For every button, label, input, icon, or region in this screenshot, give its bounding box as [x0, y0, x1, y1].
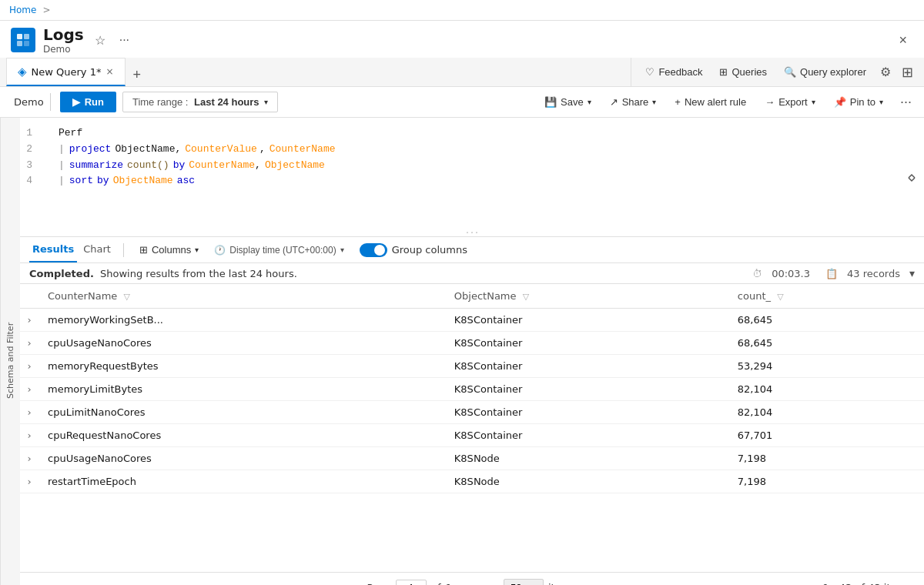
th-count: count_ ▽ — [728, 284, 924, 309]
first-page-button[interactable]: ⏮ — [320, 580, 340, 586]
table-row: › cpuRequestNanoCores K8SContainer 67,70… — [20, 424, 924, 447]
feedback-button[interactable]: ♡ Feedback — [639, 63, 708, 81]
pin-chevron-icon: ▾ — [879, 98, 883, 106]
items-per-page-label: items per page — [548, 582, 624, 585]
close-button[interactable]: × — [892, 29, 913, 52]
cell-counter-name-2: memoryRequestBytes — [38, 355, 445, 378]
schema-filter-sidebar[interactable]: Schema and Filter — [0, 118, 20, 585]
tab-chart[interactable]: Chart — [80, 237, 114, 262]
svg-rect-1 — [24, 34, 29, 39]
object-name-filter-icon[interactable]: ▽ — [523, 292, 529, 302]
tab-close-button[interactable]: × — [105, 66, 113, 77]
export-icon: → — [765, 96, 775, 108]
row-expand-3[interactable]: › — [20, 378, 38, 401]
cell-object-name-6: K8SNode — [445, 447, 728, 470]
line-num-3: 3 — [20, 158, 32, 174]
star-icon[interactable]: ☆ — [92, 32, 109, 49]
app-title-block: Logs Demo — [43, 25, 84, 55]
share-button[interactable]: ↗ Share ▾ — [604, 93, 663, 111]
per-page-select[interactable]: 50 100 200 — [504, 579, 544, 585]
prev-page-button[interactable]: ◀ — [345, 580, 363, 586]
page-input[interactable] — [396, 580, 427, 585]
cell-counter-name-7: restartTimeEpoch — [38, 470, 445, 493]
next-page-button[interactable]: ▶ — [457, 580, 474, 586]
cell-count-2: 53,294 — [728, 355, 924, 378]
add-tab-button[interactable]: + — [127, 64, 148, 86]
share-icon: ↗ — [610, 96, 618, 108]
export-button[interactable]: → Export ▾ — [758, 93, 822, 111]
export-chevron-icon: ▾ — [812, 98, 815, 106]
breadcrumb-bar: Home > — [0, 0, 924, 21]
last-page-button[interactable]: ⏭ — [479, 580, 499, 586]
cell-count-5: 67,701 — [728, 424, 924, 447]
main-layout: Schema and Filter 1 2 3 4 Perf | project… — [0, 118, 924, 585]
cell-object-name-1: K8SContainer — [445, 332, 728, 355]
cell-counter-name-3: memoryLimitBytes — [38, 378, 445, 401]
row-expand-6[interactable]: › — [20, 447, 38, 470]
columns-button[interactable]: ⊞ Columns ▾ — [133, 242, 205, 258]
page-summary: 1 - 43 of 43 items — [823, 582, 912, 585]
svg-rect-2 — [17, 41, 22, 46]
run-button[interactable]: ▶ Run — [60, 92, 116, 112]
pin-to-button[interactable]: 📌 Pin to ▾ — [828, 93, 889, 111]
row-expand-4[interactable]: › — [20, 401, 38, 424]
cell-object-name-7: K8SNode — [445, 470, 728, 493]
save-icon: 💾 — [544, 96, 557, 108]
app-subtitle: Demo — [43, 44, 84, 55]
counter-name-filter-icon[interactable]: ▽ — [123, 292, 129, 302]
feedback-icon: ♡ — [645, 66, 654, 78]
pagination: ⏮ ◀ Page of 1 ▶ ⏭ 50 100 200 items per p… — [20, 572, 924, 585]
query-line-3: | summarize count() by CounterName , Obj… — [59, 158, 924, 174]
time-display-button[interactable]: 🕐 Display time (UTC+00:00) ▾ — [208, 242, 350, 258]
cell-object-name-4: K8SContainer — [445, 401, 728, 424]
expand-results-button[interactable]: ▾ — [909, 267, 915, 279]
time-range-button[interactable]: Time range : Last 24 hours ▾ — [122, 92, 278, 112]
table-row: › memoryWorkingSetB... K8SContainer 68,6… — [20, 309, 924, 332]
time-chevron-icon: ▾ — [340, 246, 344, 254]
cell-object-name-2: K8SContainer — [445, 355, 728, 378]
editor-collapse-button[interactable] — [906, 122, 918, 232]
row-expand-2[interactable]: › — [20, 355, 38, 378]
count-filter-icon[interactable]: ▽ — [777, 292, 783, 302]
total-pages: 1 — [446, 582, 452, 585]
group-columns-toggle[interactable] — [360, 243, 387, 257]
time-range-label: Time range : Last 24 hours — [132, 96, 259, 108]
row-expand-1[interactable]: › — [20, 332, 38, 355]
app-header: Logs Demo ☆ ··· × — [0, 21, 924, 58]
cell-count-1: 68,645 — [728, 332, 924, 355]
cell-counter-name-5: cpuRequestNanoCores — [38, 424, 445, 447]
more-icon[interactable]: ··· — [116, 32, 132, 48]
table-row: › memoryLimitBytes K8SContainer 82,104 — [20, 378, 924, 401]
settings-icon[interactable]: ⚙ — [877, 63, 894, 81]
columns-icon: ⊞ — [139, 244, 148, 256]
editor-resize-handle[interactable]: ··· — [20, 230, 924, 236]
tab-results[interactable]: Results — [29, 237, 77, 262]
breadcrumb-sep: > — [42, 5, 50, 15]
tab-label: New Query 1* — [32, 66, 102, 78]
of-label: of — [431, 582, 441, 585]
line-num-4: 4 — [20, 173, 32, 189]
query-tab[interactable]: ◈ New Query 1* × — [6, 58, 126, 86]
row-expand-0[interactable]: › — [20, 309, 38, 332]
save-button[interactable]: 💾 Save ▾ — [538, 93, 598, 111]
group-columns-toggle-group: Group columns — [360, 243, 467, 257]
cell-object-name-5: K8SContainer — [445, 424, 728, 447]
query-explorer-button[interactable]: 🔍 Query explorer — [778, 63, 872, 81]
row-expand-5[interactable]: › — [20, 424, 38, 447]
view-toggle-icon[interactable]: ⊞ — [899, 62, 916, 82]
breadcrumb: Home > — [9, 5, 54, 15]
line-num-2: 2 — [20, 142, 32, 158]
records-count: 43 records — [847, 268, 900, 279]
workspace-label: Demo — [8, 93, 51, 111]
records-icon: 📋 — [825, 268, 838, 279]
results-section: Results Chart ⊞ Columns ▾ 🕐 Display time… — [20, 237, 924, 585]
svg-rect-3 — [24, 41, 29, 46]
row-expand-7[interactable]: › — [20, 470, 38, 493]
home-link[interactable]: Home — [9, 5, 36, 15]
new-alert-button[interactable]: + New alert rule — [668, 93, 752, 111]
queries-button[interactable]: ⊞ Queries — [713, 63, 773, 81]
toolbar-more-button[interactable]: ··· — [896, 92, 916, 112]
save-chevron-icon: ▾ — [588, 98, 591, 106]
columns-chevron-icon: ▾ — [195, 246, 199, 254]
query-editor[interactable]: 1 2 3 4 Perf | project ObjectName, Count… — [20, 118, 924, 237]
